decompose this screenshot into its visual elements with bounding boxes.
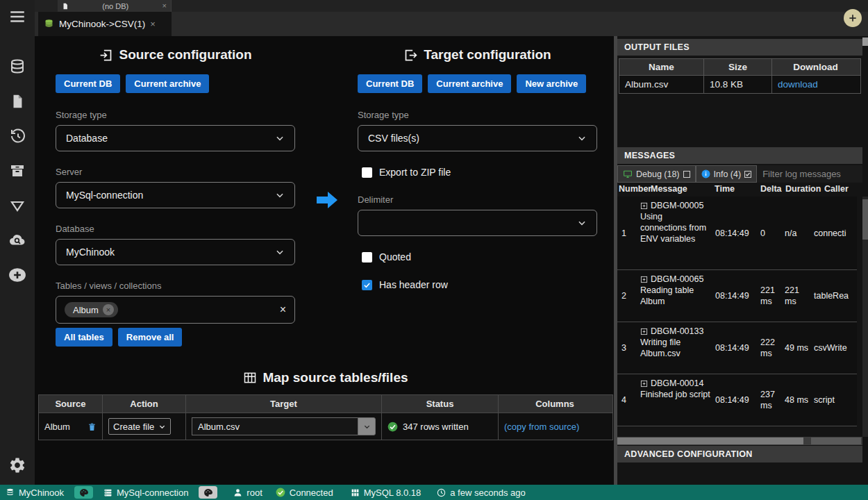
tab-no-db[interactable]: (no DB) × <box>58 0 172 12</box>
messages-filter-row: Debug (18) Info (4) <box>617 165 862 183</box>
export-zip-checkbox-row[interactable]: Export to ZIP file <box>358 167 597 178</box>
target-storage-type-select[interactable]: CSV files(s) <box>358 125 597 151</box>
source-database-label: Database <box>56 224 295 234</box>
sidebar-item-files[interactable] <box>0 88 35 115</box>
expand-icon[interactable] <box>640 380 648 388</box>
map-table-header: Source Action Target Status Columns <box>39 395 612 412</box>
map-table: Source Action Target Status Columns Albu… <box>38 394 613 440</box>
download-link[interactable]: download <box>778 79 818 90</box>
sidebar-item-add[interactable] <box>0 261 35 289</box>
new-tab-button[interactable] <box>844 9 862 27</box>
remove-all-button[interactable]: Remove all <box>118 328 183 347</box>
status-connection[interactable]: MySql-connection <box>103 488 188 498</box>
app-window: (no DB) × MyChinook->CSV(1) × Source con… <box>0 0 868 500</box>
source-storage-type-label: Storage type <box>56 110 295 120</box>
file-icon <box>10 94 25 109</box>
output-files-header[interactable]: OUTPUT FILES <box>617 39 862 56</box>
advanced-configuration-header[interactable]: ADVANCED CONFIGURATION <box>617 446 862 462</box>
expand-icon[interactable] <box>640 276 648 283</box>
messages-vertical-scrollbar[interactable] <box>862 197 868 437</box>
clock-icon <box>437 488 446 497</box>
source-current-archive-button[interactable]: Current archive <box>126 74 209 93</box>
source-storage-type-select[interactable]: Database <box>56 125 295 151</box>
database-color-chip[interactable] <box>74 486 93 499</box>
map-section-title: Map source tables/files <box>38 370 613 385</box>
output-file-row: Album.csv 10.8 KB download <box>619 75 860 93</box>
target-current-archive-button[interactable]: Current archive <box>428 74 511 93</box>
source-to-target-arrow-icon <box>315 190 339 210</box>
info-icon <box>701 169 710 178</box>
filter-log-input[interactable] <box>757 165 862 183</box>
sidebar-item-history[interactable] <box>0 122 35 150</box>
debug-filter-toggle[interactable]: Debug (18) <box>617 165 696 183</box>
messages-horizontal-scrollbar[interactable] <box>617 437 862 445</box>
table-chip: Album × <box>65 302 118 317</box>
output-scrollbar-thumb[interactable] <box>862 38 868 46</box>
sidebar-item-cloud-search[interactable] <box>0 226 35 254</box>
all-tables-button[interactable]: All tables <box>56 328 112 347</box>
copy-from-source-link[interactable]: (copy from source) <box>504 422 579 432</box>
close-icon[interactable]: × <box>162 2 167 10</box>
remove-chip-icon[interactable]: × <box>103 304 114 315</box>
source-current-db-button[interactable]: Current DB <box>56 74 120 93</box>
info-checkbox[interactable] <box>744 171 751 178</box>
tab-label: (no DB) <box>72 2 159 10</box>
source-tables-multiselect[interactable]: Album × × <box>56 296 295 324</box>
quoted-checkbox-row[interactable]: Quoted <box>358 251 597 262</box>
delimiter-select[interactable] <box>358 210 597 236</box>
import-icon <box>99 48 113 62</box>
close-icon[interactable]: × <box>150 19 156 28</box>
cloud-search-icon <box>8 231 26 249</box>
history-icon <box>9 128 26 144</box>
gear-icon <box>8 456 26 474</box>
export-zip-checkbox[interactable] <box>362 167 372 178</box>
delimiter-label: Delimiter <box>358 194 597 205</box>
has-header-checkbox-row[interactable]: Has header row <box>358 279 597 290</box>
trash-icon[interactable] <box>87 422 97 432</box>
message-row[interactable]: 3 DBGM-00133 Writing file Album.csv 08:1… <box>617 322 857 374</box>
messages-table: 1 DBGM-00005 Using connections from ENV … <box>617 197 857 426</box>
palette-icon <box>79 488 88 497</box>
message-row[interactable]: 4 DBGM-00014 Finished job script 08:14:4… <box>617 374 857 426</box>
tab-strip: (no DB) × MyChinook->CSV(1) × <box>35 0 868 36</box>
table-grid-icon <box>243 371 257 385</box>
status-database[interactable]: MyChinook <box>6 488 64 498</box>
chevron-down-icon <box>275 190 285 200</box>
settings-button[interactable] <box>0 451 35 479</box>
source-table-name: Album <box>44 422 70 432</box>
debug-checkbox[interactable] <box>683 171 690 178</box>
status-db-version: MySQL 8.0.18 <box>351 488 422 498</box>
source-database-select[interactable]: MyChinook <box>56 239 295 265</box>
target-current-db-button[interactable]: Current DB <box>358 74 422 93</box>
clear-selection-icon[interactable]: × <box>280 303 286 316</box>
sidebar-item-filter[interactable] <box>0 192 35 219</box>
chevron-down-icon <box>577 133 587 143</box>
map-table-row: Album Create file 3 <box>39 412 612 440</box>
tab-mychinook-csv[interactable]: MyChinook->CSV(1) × <box>38 12 172 36</box>
status-connected: Connected <box>276 488 333 498</box>
target-file-dropdown-button[interactable] <box>358 417 376 435</box>
expand-icon[interactable] <box>640 328 648 335</box>
sidebar-item-archive[interactable] <box>0 157 35 185</box>
quoted-checkbox[interactable] <box>362 252 372 262</box>
has-header-checkbox[interactable] <box>362 280 372 290</box>
sidebar-item-databases[interactable] <box>0 53 35 81</box>
info-filter-toggle[interactable]: Info (4) <box>696 165 758 183</box>
palette-icon <box>203 488 212 497</box>
right-panel: OUTPUT FILES Name Size Download Album.cs… <box>617 36 868 485</box>
source-server-select[interactable]: MySql-connection <box>56 182 295 208</box>
message-row[interactable]: 2 DBGM-00065 Reading table Album 08:14:4… <box>617 270 857 322</box>
target-file-input[interactable] <box>192 417 358 435</box>
check-circle-icon <box>276 488 285 497</box>
archive-icon <box>9 162 26 179</box>
messages-header[interactable]: MESSAGES <box>617 147 862 164</box>
message-row[interactable]: 1 DBGM-00005 Using connections from ENV … <box>617 197 857 270</box>
hamburger-icon <box>8 8 26 26</box>
user-icon <box>233 488 242 497</box>
connection-color-chip[interactable] <box>199 486 217 499</box>
status-user[interactable]: root <box>233 488 262 498</box>
expand-icon[interactable] <box>640 202 648 210</box>
action-select[interactable]: Create file <box>108 418 171 435</box>
menu-button[interactable] <box>0 3 35 31</box>
target-new-archive-button[interactable]: New archive <box>517 74 586 93</box>
